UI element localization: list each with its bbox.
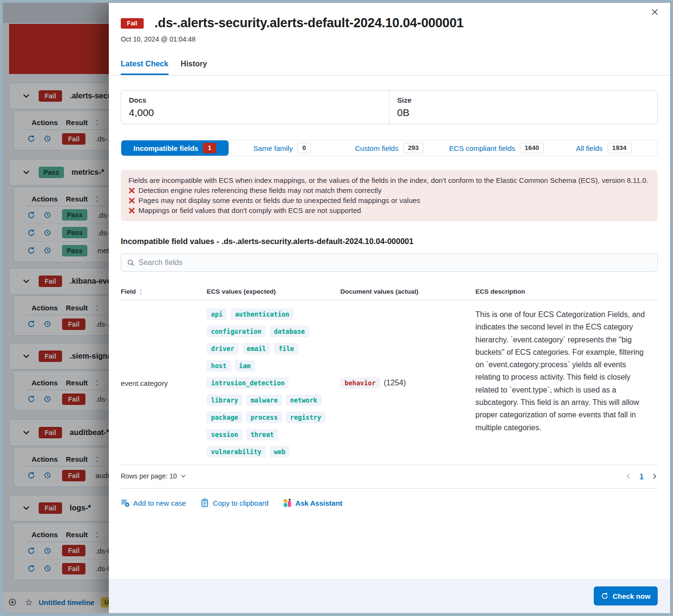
pager: 1: [625, 472, 658, 480]
tab-history[interactable]: History: [181, 60, 207, 75]
ecs-value-badge: network: [286, 394, 322, 406]
ecs-value-badge: web: [270, 446, 290, 457]
next-page-icon[interactable]: [652, 473, 658, 479]
ecs-value-badge: registry: [286, 412, 326, 423]
ecs-value-badge: iam: [235, 360, 255, 372]
last-check-timestamp: Oct 10, 2024 @ 01:04:48: [121, 35, 658, 43]
add-to-case-icon: [121, 499, 129, 507]
tab-incompatible-fields[interactable]: Incompatible fields 1: [121, 140, 229, 156]
field-name: event.category: [121, 308, 207, 457]
tab-all-fields[interactable]: All fields 1934: [550, 140, 657, 156]
ecs-value-badge: configuration: [207, 326, 266, 337]
tab-latest-check[interactable]: Latest Check: [121, 60, 168, 75]
size-value: 0B: [397, 107, 650, 118]
copy-to-clipboard-link[interactable]: Copy to clipboard: [200, 499, 269, 507]
chevron-down-icon: [180, 473, 186, 479]
callout-bullet: Detection engine rules referencing these…: [128, 186, 650, 194]
ecs-value-badge: vulnerability: [207, 446, 266, 457]
ecs-value-badge: threat: [246, 429, 278, 440]
ecs-value-badge: email: [242, 343, 271, 354]
docs-value: 4,000: [129, 107, 381, 118]
ecs-value-badge: process: [246, 412, 282, 423]
col-field-header[interactable]: Field: [121, 288, 207, 295]
clipboard-icon: [200, 499, 209, 507]
col-doc-values-header: Document values (actual): [340, 288, 475, 295]
docs-stat: Docs 4,000: [121, 91, 389, 124]
size-label: Size: [397, 96, 650, 104]
flyout-tabs: Latest Check History: [121, 60, 658, 75]
section-title: Incompatible field values - .ds-.alerts-…: [121, 237, 658, 246]
flyout-footer: Check now: [109, 579, 670, 613]
count-badge: 0: [297, 143, 311, 153]
size-stat: Size 0B: [389, 91, 657, 124]
col-ecs-values-header: ECS values (expected): [207, 288, 340, 295]
sort-icon: [138, 288, 144, 295]
callout-intro: Fields are incompatible with ECS when in…: [128, 176, 650, 184]
tab-same-family[interactable]: Same family 0: [229, 140, 336, 156]
ecs-value-badge: malware: [246, 394, 282, 406]
error-cross-icon: [128, 187, 135, 194]
stats-panel: Docs 4,000 Size 0B: [121, 90, 658, 124]
ecs-value-badge: session: [207, 429, 242, 440]
ecs-value-badge: database: [270, 326, 309, 337]
count-badge: 1934: [608, 143, 631, 153]
count-badge: 293: [403, 143, 424, 153]
ecs-value-badge: driver: [207, 343, 239, 354]
doc-value-count: (1254): [384, 379, 406, 387]
callout-bullet: Mappings or field values that don't comp…: [128, 206, 650, 214]
tab-custom-fields[interactable]: Custom fields 293: [336, 140, 443, 156]
count-badge: 1640: [520, 143, 544, 153]
flyout-actions: Add to new case Copy to clipboard Ask As…: [121, 499, 658, 507]
ecs-expected-values: api authentication configuration databas…: [207, 308, 340, 457]
count-badge: 1: [203, 143, 216, 153]
error-cross-icon: [128, 197, 135, 204]
search-icon: [127, 259, 135, 266]
table-row: event.category api authentication config…: [121, 300, 658, 465]
field-category-button-group: Incompatible fields 1 Same family 0 Cust…: [121, 140, 658, 156]
previous-page-icon[interactable]: [625, 473, 631, 479]
incompatible-fields-table: Field ECS values (expected) Document val…: [121, 288, 658, 465]
ecs-value-badge: authentication: [231, 308, 294, 320]
ecs-value-badge: intrusion_detection: [207, 377, 289, 389]
document-actual-values: behavior (1254): [340, 308, 475, 457]
col-ecs-description-header: ECS description: [475, 288, 658, 295]
error-cross-icon: [128, 207, 135, 214]
tab-ecs-compliant-fields[interactable]: ECS compliant fields 1640: [443, 140, 550, 156]
ecs-value-badge: host: [207, 360, 231, 372]
ecs-value-badge: api: [207, 308, 227, 320]
page-title: .ds-.alerts-security.alerts-default-2024…: [155, 16, 464, 31]
callout-bullet: Pages may not display some events or fie…: [128, 196, 650, 204]
refresh-icon: [601, 592, 609, 600]
pagination-row: Rows per page: 10 1: [121, 472, 658, 480]
actions-divider: [121, 488, 658, 489]
docs-label: Docs: [129, 96, 381, 104]
ask-assistant-link[interactable]: Ask Assistant: [283, 499, 343, 507]
index-details-flyout: Fail .ds-.alerts-security.alerts-default…: [109, 3, 670, 613]
incompatible-callout: Fields are incompatible with ECS when in…: [121, 170, 658, 221]
ecs-value-badge: library: [207, 394, 242, 406]
window-frame: Fail .alerts-securi Actions Result Index…: [0, 0, 673, 616]
ecs-value-badge: file: [274, 343, 298, 354]
doc-value-badge: behavior: [340, 377, 380, 389]
search-box: [121, 254, 658, 272]
check-now-button[interactable]: Check now: [594, 586, 658, 605]
tabs-divider: [109, 75, 670, 75]
rows-per-page-control[interactable]: Rows per page: 10: [121, 472, 186, 480]
assistant-icon: [283, 499, 292, 507]
page-number[interactable]: 1: [640, 472, 643, 480]
status-badge: Fail: [121, 18, 144, 29]
search-input[interactable]: [138, 258, 652, 267]
ecs-description: This is one of four ECS Categorization F…: [475, 308, 658, 457]
add-to-new-case-link[interactable]: Add to new case: [121, 499, 186, 507]
ecs-value-badge: package: [207, 412, 242, 423]
